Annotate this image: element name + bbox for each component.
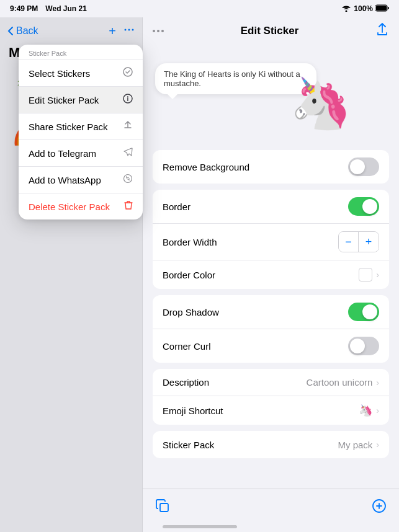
form-row-remove-background: Remove Background [153,150,389,184]
form-section-shadow: Drop Shadow Corner Curl [153,295,389,363]
sticker-pack-value: My pack › [338,440,379,450]
dropdown-menu: Sticker Pack Select Stickers Edit Sticke… [19,45,143,219]
dropdown-item-share-sticker-pack[interactable]: Share Sticker Pack [19,113,143,140]
svg-rect-9 [160,503,168,512]
dropdown-item-delete-sticker-pack[interactable]: Delete Sticker Pack [19,193,143,219]
left-panel: Back + My pa 🍍 🌈 Sticker Pack [0,17,143,532]
form-row-emoji-shortcut[interactable]: Emoji Shortcut 🦄 › [153,396,389,425]
right-header-title: Edit Sticker [241,25,299,37]
form-row-border-width: Border Width − + [153,224,389,260]
preview-bubble-text: The King of Hearts is only Ki without a … [164,69,300,88]
corner-curl-toggle[interactable] [348,337,379,355]
description-value: Cartoon unicorn › [307,377,379,388]
border-toggle[interactable] [348,197,379,216]
dropdown-item-add-to-telegram[interactable]: Add to Telegram [19,140,143,166]
emoji-shortcut-icon: 🦄 [359,404,372,417]
corner-curl-label: Corner Curl [163,341,211,352]
share-sticker-pack-label: Share Sticker Pack [29,122,108,132]
sticker-unicorn: 🦄 [290,74,352,133]
status-right: 100% [341,4,389,14]
emoji-shortcut-label: Emoji Shortcut [163,406,223,416]
border-width-label: Border Width [163,237,217,247]
checkmark-icon [123,67,133,79]
dropdown-item-select-stickers[interactable]: Select Stickers [19,60,143,86]
sticker-preview: The King of Hearts is only Ki without a … [143,45,399,144]
wifi-icon [341,4,351,14]
home-indicator [163,525,237,528]
form-row-drop-shadow: Drop Shadow [153,295,389,329]
battery: 100% [354,4,373,13]
border-label: Border [163,202,191,212]
chevron-right-icon: › [376,270,379,280]
form-row-border-color[interactable]: Border Color › [153,260,389,289]
dropdown-section-label: Sticker Pack [19,45,143,60]
color-swatch [359,268,372,282]
form-row-corner-curl: Corner Curl [153,329,389,363]
status-bar: 9:49 PM Wed Jun 21 100% [0,0,399,17]
svg-text:i: i [127,95,129,102]
svg-rect-1 [376,6,387,11]
battery-icon [375,4,389,14]
form-section-meta: Description Cartoon unicorn › Emoji Shor… [153,369,389,425]
add-circle-button[interactable] [372,499,387,517]
form-section-border: Border Border Width − + Border Color › [153,190,389,289]
remove-background-toggle[interactable] [348,157,379,176]
date: Wed Jun 21 [45,4,86,13]
right-panel: Edit Sticker The King of Hearts is only … [143,17,399,532]
border-width-stepper: − + [338,231,379,252]
drop-shadow-label: Drop Shadow [163,307,219,317]
whatsapp-icon [123,174,133,186]
form-row-border: Border [153,190,389,224]
emoji-shortcut-value: 🦄 › [359,404,379,417]
header-dots [153,30,164,32]
dropdown-item-edit-sticker-pack[interactable]: Edit Sticker Pack i [19,86,143,113]
right-header: Edit Sticker [143,17,399,45]
status-left: 9:49 PM Wed Jun 21 [10,4,87,13]
sticker-pack-text: My pack [338,440,372,450]
chevron-right-icon: › [376,378,379,388]
description-text: Cartoon unicorn [307,377,373,388]
description-label: Description [163,377,209,388]
share-button[interactable] [375,23,389,40]
sticker-pack-label: Sticker Pack [163,440,214,450]
form-sections: Remove Background Border Border Width − … [143,144,399,532]
copy-button[interactable] [155,499,170,517]
info-icon: i [123,94,133,106]
telegram-icon [123,147,133,159]
border-color-value: › [359,268,379,282]
share-up-icon [123,120,133,133]
delete-sticker-pack-label: Delete Sticker Pack [29,202,110,212]
main-layout: Back + My pa 🍍 🌈 Sticker Pack [0,17,399,532]
chevron-right-icon: › [376,440,379,450]
form-section-pack: Sticker Pack My pack › [153,431,389,458]
select-stickers-label: Select Stickers [29,68,90,79]
chevron-right-icon: › [376,406,379,415]
drop-shadow-toggle[interactable] [348,303,379,321]
form-row-sticker-pack[interactable]: Sticker Pack My pack › [153,431,389,458]
svg-point-8 [124,175,132,183]
add-to-whatsapp-label: Add to WhatsApp [29,175,101,185]
add-to-telegram-label: Add to Telegram [29,148,96,159]
trash-icon [124,200,133,213]
form-section-background: Remove Background [153,150,389,184]
form-row-description[interactable]: Description Cartoon unicorn › [153,369,389,396]
edit-sticker-pack-label: Edit Sticker Pack [29,95,99,105]
stepper-minus-button[interactable]: − [339,232,359,252]
time: 9:49 PM [10,4,38,13]
stepper-plus-button[interactable]: + [359,232,379,252]
dropdown-item-add-to-whatsapp[interactable]: Add to WhatsApp [19,166,143,193]
remove-background-label: Remove Background [163,162,249,172]
border-color-label: Border Color [163,270,215,280]
